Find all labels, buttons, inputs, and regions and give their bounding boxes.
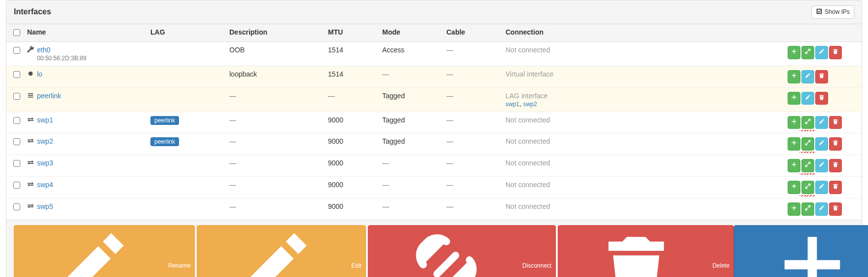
connection-cell: LAG interface — [506, 92, 548, 100]
row-checkbox[interactable] — [13, 117, 20, 124]
interfaces-panel: Interfaces Show IPs Name LAG Description… — [6, 0, 862, 277]
row-edit-button[interactable] — [815, 46, 828, 59]
row-connect-button[interactable] — [801, 137, 814, 151]
plus-icon — [791, 94, 797, 103]
row-edit-button[interactable] — [815, 137, 828, 151]
row-add-button[interactable] — [788, 116, 800, 129]
row-delete-button[interactable] — [829, 116, 842, 129]
row-add-button[interactable] — [788, 46, 800, 59]
connection-cell: Not connected — [506, 137, 550, 145]
trash-icon — [832, 205, 838, 213]
interfaces-table: Name LAG Description MTU Mode Cable Conn… — [6, 24, 862, 220]
connect-icon — [805, 205, 811, 213]
interface-link[interactable]: swp1 — [37, 116, 53, 124]
interface-link[interactable]: eth0 — [37, 46, 50, 54]
select-all-checkbox[interactable] — [13, 29, 20, 36]
row-add-button[interactable] — [788, 159, 800, 172]
interface-link[interactable]: swp4 — [37, 181, 53, 189]
mac-address: 00:50:56:2D:3B:89 — [37, 55, 86, 62]
description-cell: — — [225, 112, 324, 133]
connection-member-link[interactable]: swp1 — [506, 101, 519, 108]
row-checkbox[interactable] — [13, 138, 20, 145]
col-mode: Mode — [378, 24, 442, 42]
connection-cell: Virtual interface — [506, 70, 553, 78]
row-add-button[interactable] — [788, 70, 800, 83]
row-checkbox[interactable] — [13, 182, 20, 189]
mode-cell: — — [378, 198, 442, 219]
row-delete-button[interactable] — [815, 70, 828, 83]
row-checkbox[interactable] — [13, 71, 20, 78]
pencil-icon — [819, 140, 825, 148]
row-delete-button[interactable] — [815, 92, 828, 105]
trash-icon — [832, 119, 838, 127]
lag-badge[interactable]: peerlink — [150, 137, 179, 146]
row-delete-button[interactable] — [829, 159, 842, 172]
mtu-cell: 9000 — [324, 112, 378, 133]
row-delete-button[interactable] — [829, 202, 842, 216]
table-row: swp3—9000——Not connected — [6, 155, 862, 177]
interface-link[interactable]: lo — [37, 70, 42, 78]
description-cell: — — [225, 176, 324, 198]
row-edit-button[interactable] — [815, 116, 828, 129]
row-checkbox[interactable] — [13, 93, 20, 100]
row-connect-button[interactable] — [801, 116, 814, 129]
row-checkbox[interactable] — [13, 203, 20, 210]
edit-button[interactable]: Edit — [197, 225, 366, 277]
row-connect-button[interactable] — [801, 46, 814, 59]
row-edit-button[interactable] — [815, 202, 828, 216]
row-delete-button[interactable] — [829, 137, 842, 151]
connect-icon — [805, 140, 811, 148]
row-add-button[interactable] — [788, 137, 800, 151]
pencil-icon — [805, 94, 811, 103]
row-edit-button[interactable] — [801, 70, 814, 83]
row-checkbox[interactable] — [13, 47, 20, 54]
disconnect-button[interactable]: Disconnect — [368, 225, 556, 277]
connection-member-link[interactable]: swp2 — [523, 101, 537, 108]
col-cable: Cable — [442, 24, 502, 42]
rename-button[interactable]: Rename — [14, 225, 195, 277]
row-delete-button[interactable] — [829, 46, 842, 59]
pencil-icon — [805, 73, 811, 81]
interface-link[interactable]: swp3 — [37, 159, 53, 167]
row-edit-button[interactable] — [815, 181, 828, 194]
description-cell: — — [225, 198, 324, 219]
table-row: loloopback1514——Virtual interface — [6, 66, 862, 87]
table-row: swp5—9000——Not connected — [6, 198, 862, 219]
interface-link[interactable]: swp5 — [37, 202, 53, 210]
exchange-icon — [27, 137, 34, 146]
connection-cell: Not connected — [506, 181, 550, 189]
add-interfaces-button[interactable]: Add interfaces — [734, 225, 868, 277]
row-add-button[interactable] — [788, 202, 800, 216]
plus-icon — [791, 205, 797, 213]
row-edit-button[interactable] — [815, 159, 828, 172]
row-edit-button[interactable] — [801, 92, 814, 105]
mtu-cell: — — [324, 87, 378, 112]
col-name: Name — [23, 24, 146, 42]
plus-icon — [738, 228, 868, 277]
mode-cell: Tagged — [378, 133, 442, 155]
row-delete-button[interactable] — [829, 181, 842, 194]
wrench-icon — [27, 46, 34, 54]
show-ips-button[interactable]: Show IPs — [811, 5, 854, 19]
row-connect-button[interactable] — [801, 159, 814, 172]
mode-cell: — — [378, 176, 442, 198]
interface-link[interactable]: swp2 — [37, 137, 53, 145]
row-checkbox[interactable] — [13, 160, 20, 167]
connection-cell: Not connected — [506, 116, 550, 124]
panel-title: Interfaces — [14, 7, 51, 16]
mtu-cell: 1514 — [324, 41, 378, 66]
delete-button[interactable]: Delete — [558, 225, 734, 277]
interface-link[interactable]: peerlink — [37, 92, 61, 100]
description-cell: — — [225, 87, 324, 112]
row-add-button[interactable] — [788, 181, 800, 194]
disconnect-label: Disconnect — [522, 262, 551, 270]
circle-icon — [27, 70, 34, 79]
trash-icon — [832, 48, 838, 57]
row-add-button[interactable] — [788, 92, 800, 105]
lag-badge[interactable]: peerlink — [150, 116, 179, 125]
description-cell: loopback — [225, 66, 324, 87]
table-header-row: Name LAG Description MTU Mode Cable Conn… — [6, 24, 862, 42]
cable-cell: — — [442, 87, 502, 112]
row-connect-button[interactable] — [801, 181, 814, 194]
row-connect-button[interactable] — [801, 202, 814, 216]
